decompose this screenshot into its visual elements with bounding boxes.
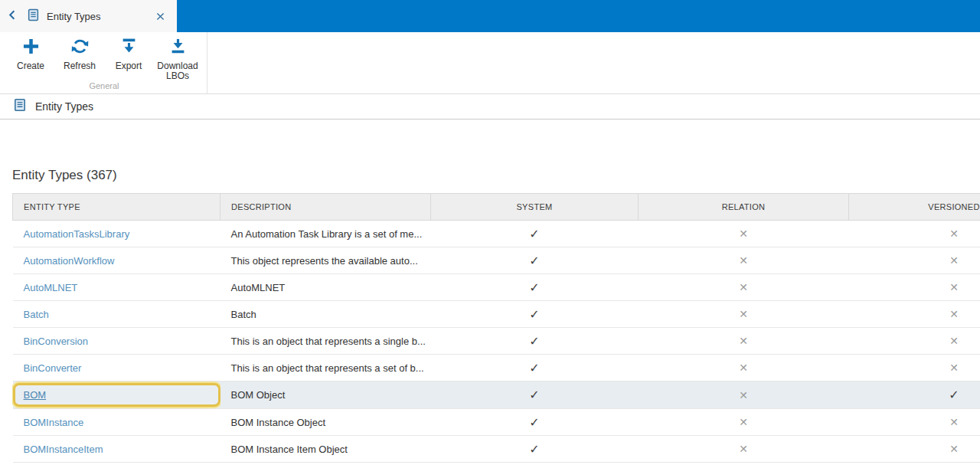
x-mark-icon: ✕ (739, 254, 748, 267)
back-button[interactable] (0, 9, 22, 24)
entity-type-cell: BinConverter (13, 355, 220, 381)
column-header-description[interactable]: DESCRIPTION (220, 194, 431, 221)
table-row: AutomationWorkflow This object represent… (13, 247, 980, 274)
entity-type-cell: AutomationWorkflow (13, 247, 220, 273)
check-icon: ✓ (529, 308, 539, 321)
entity-type-link[interactable]: AutomationTasksLibrary (24, 228, 130, 240)
download-lbos-button[interactable]: Download LBOs (153, 35, 202, 81)
create-button[interactable]: Create (6, 35, 55, 71)
table-header-row: ENTITY TYPE DESCRIPTION SYSTEM RELATION … (13, 194, 980, 221)
check-icon: ✓ (529, 443, 539, 456)
description-cell: BOM Instance Item Object (220, 436, 431, 463)
entity-type-cell: BOM (13, 383, 220, 407)
entity-type-cell: AutomationTasksLibrary (13, 221, 220, 247)
x-mark-icon: ✕ (739, 362, 748, 374)
description-cell: This is an object that represents a sing… (220, 328, 431, 355)
table-row: BOMInstance BOM Instance Object ✓ ✕ ✕ (13, 409, 980, 436)
x-mark-icon: ✕ (949, 228, 959, 240)
x-mark-icon: ✕ (949, 416, 959, 428)
table-row: BinConverter This is an object that repr… (13, 355, 980, 381)
table-row: BOMInstanceItem BOM Instance Item Object… (13, 436, 980, 463)
main-content: Entity Types (367) ENTITY TYPE DESCRIPTI… (0, 168, 980, 463)
description-cell: BOM Object (220, 381, 431, 409)
entity-type-cell: BOMInstance (13, 409, 220, 435)
entity-type-link[interactable]: BOMInstanceItem (24, 444, 103, 455)
check-icon: ✓ (529, 228, 539, 241)
check-icon: ✓ (529, 254, 539, 267)
title-bar-fill (177, 0, 980, 32)
table-row: BOM BOM Object ✓ ✕ ✓ (13, 381, 980, 409)
document-list-icon (27, 8, 40, 25)
entity-types-table: ENTITY TYPE DESCRIPTION SYSTEM RELATION … (12, 193, 980, 463)
description-cell: AutoMLNET (220, 274, 431, 301)
x-mark-icon: ✕ (949, 308, 959, 320)
entity-type-link[interactable]: BOMInstance (24, 417, 84, 428)
entity-type-cell: BinConversion (13, 328, 220, 354)
panel-title: Entity Types (35, 100, 93, 113)
tab-title: Entity Types (47, 11, 101, 22)
entity-type-link[interactable]: BinConverter (24, 362, 82, 374)
check-icon: ✓ (529, 362, 539, 375)
table-row: AutoMLNET AutoMLNET ✓ ✕ ✕ (13, 274, 980, 301)
table-row: Batch Batch ✓ ✕ ✕ (13, 301, 980, 328)
refresh-button-label: Refresh (64, 61, 96, 71)
table-row: BinConversion This is an object that rep… (13, 328, 980, 355)
tab-close-icon[interactable] (152, 8, 177, 25)
document-list-icon (13, 98, 27, 115)
entity-type-cell: Batch (13, 301, 220, 327)
check-icon: ✓ (529, 388, 539, 401)
download-icon (168, 35, 188, 61)
check-icon: ✓ (949, 388, 959, 401)
description-cell: This is an object that represents a set … (220, 355, 431, 381)
column-header-relation[interactable]: RELATION (639, 194, 849, 221)
check-icon: ✓ (529, 281, 539, 294)
x-mark-icon: ✕ (949, 254, 959, 267)
refresh-button[interactable]: Refresh (55, 35, 104, 71)
x-mark-icon: ✕ (739, 281, 748, 293)
table-row: AutomationTasksLibrary An Automation Tas… (13, 221, 980, 247)
export-arrow-icon (119, 35, 139, 61)
x-mark-icon: ✕ (739, 228, 748, 240)
tab-strip: Entity Types (0, 0, 177, 32)
entity-type-cell: BOMInstanceItem (13, 436, 220, 462)
x-mark-icon: ✕ (949, 443, 959, 455)
top-tab-bar: Entity Types (0, 0, 980, 32)
ribbon-group-general: Create Refresh (6, 32, 207, 93)
entity-type-cell: AutoMLNET (13, 274, 220, 300)
table-body: AutomationTasksLibrary An Automation Tas… (13, 221, 980, 463)
description-cell: This object represents the available aut… (220, 247, 431, 274)
column-header-system[interactable]: SYSTEM (431, 194, 639, 221)
column-header-versioned[interactable]: VERSIONED (849, 194, 980, 221)
column-header-entity-type[interactable]: ENTITY TYPE (13, 194, 220, 221)
entity-type-link[interactable]: BOM (24, 389, 47, 401)
description-cell: Batch (220, 301, 431, 328)
panel-header: Entity Types (0, 94, 980, 120)
refresh-icon (70, 35, 90, 61)
x-mark-icon: ✕ (739, 416, 748, 428)
entity-type-link[interactable]: BinConversion (24, 336, 89, 347)
description-cell: An Automation Task Library is a set of m… (220, 221, 431, 247)
tab-entity-types[interactable]: Entity Types (22, 0, 177, 32)
check-icon: ✓ (529, 335, 539, 348)
export-button[interactable]: Export (104, 35, 153, 71)
ribbon-group-label: General (6, 79, 202, 93)
x-mark-icon: ✕ (739, 335, 748, 347)
entity-type-link[interactable]: AutoMLNET (24, 282, 78, 293)
x-mark-icon: ✕ (949, 281, 959, 293)
x-mark-icon: ✕ (739, 389, 748, 401)
entity-type-link[interactable]: AutomationWorkflow (24, 255, 115, 267)
page-title: Entity Types (367) (12, 168, 980, 183)
x-mark-icon: ✕ (739, 443, 748, 455)
description-cell: BOM Instance Object (220, 409, 431, 436)
chevron-left-icon (7, 9, 18, 24)
plus-icon (21, 35, 41, 61)
x-mark-icon: ✕ (949, 362, 959, 374)
entity-type-link[interactable]: Batch (24, 309, 49, 320)
export-button-label: Export (116, 61, 142, 71)
ribbon-toolbar: Create Refresh (0, 32, 980, 94)
check-icon: ✓ (529, 416, 539, 429)
x-mark-icon: ✕ (949, 335, 959, 347)
x-mark-icon: ✕ (739, 308, 748, 320)
create-button-label: Create (17, 61, 44, 71)
